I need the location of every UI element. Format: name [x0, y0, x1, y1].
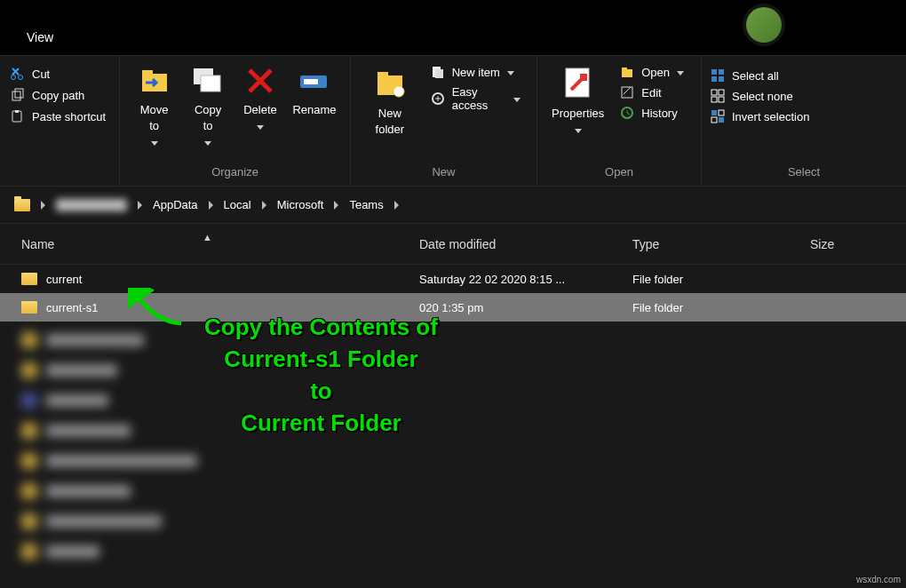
- open-button[interactable]: Open: [620, 65, 684, 79]
- svg-rect-21: [622, 68, 627, 70]
- copy-path-button[interactable]: Copy path: [11, 88, 109, 102]
- ribbon-group-open: Properties Open Edit History Open: [537, 56, 702, 186]
- addressbar[interactable]: AppData Local Microsoft Teams: [0, 187, 906, 224]
- cut-button[interactable]: Cut: [11, 67, 109, 81]
- svg-rect-20: [622, 69, 632, 77]
- select-all-button[interactable]: Select all: [711, 68, 897, 83]
- chevron-right-icon: [334, 201, 338, 210]
- svg-rect-32: [711, 110, 717, 115]
- select-all-label: Select all: [732, 69, 779, 83]
- folder-icon: [21, 273, 37, 285]
- svg-rect-5: [15, 110, 19, 113]
- copy-path-label: Copy path: [32, 89, 84, 102]
- titlebar: View: [0, 0, 906, 55]
- ribbon: Cut Copy path Paste shortcut: [0, 55, 906, 187]
- file-list: Name ▲ Date modified Type Size current S…: [0, 224, 906, 588]
- ribbon-group-select: Select all Select none Invert selection …: [702, 56, 906, 186]
- chevron-down-icon: [575, 129, 582, 133]
- column-type[interactable]: Type: [622, 237, 799, 251]
- svg-rect-33: [719, 110, 724, 115]
- select-group-label: Select: [702, 160, 906, 184]
- file-name: current-s1: [46, 301, 99, 314]
- breadcrumb-local[interactable]: Local: [219, 195, 257, 215]
- file-name: current: [46, 273, 82, 286]
- chevron-down-icon: [677, 71, 684, 75]
- invert-selection-button[interactable]: Invert selection: [711, 109, 897, 123]
- edit-label: Edit: [641, 86, 661, 99]
- breadcrumb-appdata[interactable]: AppData: [147, 195, 203, 215]
- breadcrumb-hidden[interactable]: [51, 195, 132, 215]
- new-item-icon: [431, 65, 445, 79]
- history-label: History: [641, 107, 677, 120]
- chevron-right-icon: [138, 201, 142, 210]
- properties-button[interactable]: Properties: [544, 61, 611, 141]
- open-icon: [620, 65, 634, 79]
- svg-rect-30: [711, 97, 717, 102]
- svg-rect-35: [719, 117, 724, 123]
- svg-rect-25: [719, 69, 724, 75]
- cut-icon: [11, 67, 25, 81]
- new-item-label: New item: [452, 66, 500, 79]
- chevron-right-icon: [41, 201, 45, 210]
- open-group-label: Open: [537, 160, 701, 184]
- copy-to-button[interactable]: Copy to: [181, 61, 234, 154]
- select-none-label: Select none: [732, 90, 793, 103]
- invert-selection-icon: [711, 109, 725, 123]
- rename-button[interactable]: Rename: [286, 61, 343, 122]
- chevron-down-icon: [257, 125, 264, 130]
- paste-shortcut-icon: [11, 109, 25, 123]
- new-item-button[interactable]: New item: [431, 65, 521, 79]
- properties-icon: [560, 65, 596, 100]
- svg-point-0: [12, 75, 16, 80]
- svg-rect-7: [142, 70, 153, 75]
- file-type: File folder: [622, 273, 799, 286]
- new-folder-button[interactable]: New folder: [358, 61, 422, 141]
- svg-rect-19: [580, 74, 587, 81]
- select-none-icon: [711, 89, 725, 103]
- file-type: File folder: [622, 301, 799, 314]
- breadcrumb-teams[interactable]: Teams: [344, 195, 388, 215]
- ribbon-group-clipboard: Cut Copy path Paste shortcut: [0, 56, 120, 186]
- file-date: 020 1:35 pm: [409, 301, 622, 314]
- cut-label: Cut: [32, 68, 50, 81]
- column-date[interactable]: Date modified: [409, 237, 622, 251]
- svg-rect-2: [12, 91, 20, 100]
- copy-to-label: Copy to: [195, 103, 221, 132]
- chevron-right-icon: [262, 201, 266, 210]
- rename-icon: [297, 65, 332, 97]
- select-none-button[interactable]: Select none: [711, 89, 897, 103]
- properties-label: Properties: [552, 107, 604, 120]
- chevron-right-icon: [209, 201, 213, 210]
- breadcrumb-root[interactable]: [9, 195, 36, 215]
- history-button[interactable]: History: [620, 106, 684, 120]
- table-row[interactable]: current Saturday 22 02 2020 8:15 ... Fil…: [0, 265, 906, 293]
- rename-label: Rename: [292, 103, 336, 116]
- copy-path-icon: [11, 88, 25, 102]
- chevron-down-icon: [204, 141, 211, 146]
- svg-rect-24: [711, 69, 717, 75]
- easy-access-icon: [431, 91, 445, 106]
- paste-shortcut-button[interactable]: Paste shortcut: [11, 109, 109, 123]
- chevron-right-icon: [394, 201, 399, 210]
- tab-view[interactable]: View: [18, 27, 62, 48]
- column-size[interactable]: Size: [799, 237, 906, 251]
- select-all-icon: [711, 68, 725, 83]
- easy-access-button[interactable]: Easy access: [431, 85, 521, 112]
- svg-rect-26: [711, 76, 717, 82]
- move-to-button[interactable]: Move to: [127, 61, 181, 154]
- svg-point-1: [19, 75, 23, 80]
- column-header[interactable]: Name ▲ Date modified Type Size: [0, 224, 906, 265]
- new-folder-label: New folder: [376, 107, 405, 136]
- blurred-rows: [0, 322, 906, 567]
- ribbon-group-label-clipboard: [0, 173, 119, 184]
- organize-group-label: Organize: [120, 160, 350, 184]
- delete-button[interactable]: Delete: [234, 61, 286, 138]
- breadcrumb-microsoft[interactable]: Microsoft: [272, 195, 330, 215]
- edit-button[interactable]: Edit: [620, 85, 684, 99]
- move-to-label: Move to: [140, 103, 169, 132]
- table-row[interactable]: current-s1 020 1:35 pm File folder: [0, 293, 906, 322]
- column-name[interactable]: Name ▲: [0, 237, 409, 251]
- svg-rect-3: [15, 89, 23, 98]
- svg-rect-28: [711, 90, 717, 95]
- new-folder-icon: [372, 65, 408, 100]
